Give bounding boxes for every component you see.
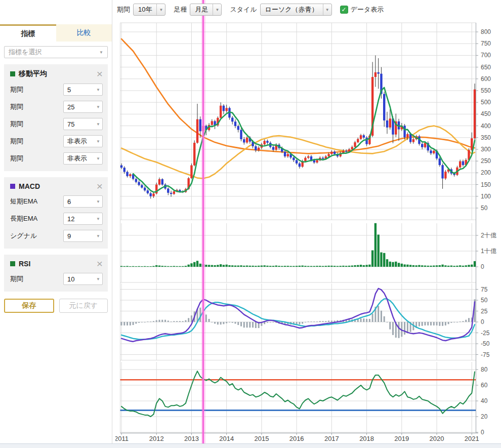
candle-body [403,126,405,137]
volume-bar [342,266,344,267]
macd-signal-select[interactable]: 9▼ [63,230,103,242]
volume-bar [223,265,225,267]
ma-period-3-select[interactable]: 75▼ [63,118,103,130]
ma75-line [121,39,475,154]
style-dropdown[interactable]: ローソク（赤青） ▼ [260,4,332,16]
candle-body [149,193,151,196]
rsi-panel [120,371,476,417]
period-dropdown[interactable]: 10年 ▼ [133,4,165,16]
volume-bar [330,266,332,267]
volume-bar [430,266,432,267]
macd-histogram-bar [141,322,143,322]
close-icon[interactable]: × [97,182,103,190]
row-value: 非表示 [67,137,87,146]
candle-body [421,144,423,147]
macd-histogram-bar [168,320,169,322]
y-axis-tick-label: 700 [481,52,491,59]
macd-short-ema-select[interactable]: 6▼ [63,195,103,208]
macd-histogram-bar [433,322,435,325]
volume-bar [354,265,356,267]
volume-bar [252,266,254,267]
candle-body [386,120,388,128]
macd-tick-label: 75 [481,286,488,293]
candle-body [123,168,126,172]
macd-long-ema-select[interactable]: 12▼ [63,213,103,225]
volume-bar [412,265,414,267]
row-label: シグナル [10,231,37,240]
volume-bar [187,265,189,267]
row-label: 期間 [10,85,23,94]
chevron-down-icon: ▼ [213,4,221,15]
candle-body [424,143,426,147]
macd-histogram-bar [188,318,189,322]
rsi-tick-label: 40 [481,397,488,404]
candle-body [296,160,298,163]
macd-histogram-bar [191,315,192,322]
save-button[interactable]: 保存 [4,299,54,313]
candle-body [223,106,225,111]
volume-bar [403,264,405,267]
volume-bar [211,265,213,267]
volume-bar [281,266,283,267]
volume-bar [351,266,353,267]
macd-histogram-bar [450,322,452,323]
candle-body [299,164,301,167]
horizontal-scrollbar[interactable] [0,443,501,448]
candle-body [167,188,169,192]
volume-bar [415,265,417,267]
card-title: RSI [19,260,97,268]
sidebar-divider [112,0,112,443]
volume-bar [225,265,227,267]
y-axis-tick-label: 300 [481,146,491,153]
candle-body [459,161,461,168]
reset-button[interactable]: 元に戻す [59,299,108,313]
x-axis-year-label: 2013 [184,435,199,442]
data-display-checkbox[interactable]: ✓ [340,6,348,14]
volume-bar [182,266,184,267]
indicator-select[interactable]: 指標を選択 ▼ [4,46,108,58]
chart-canvas[interactable]: 8007507006506005505004504003503002502001… [115,0,501,448]
volume-bar [453,266,455,267]
volume-bar [289,266,291,267]
candle-body [141,185,143,188]
macd-histogram-bar [270,322,271,322]
macd-histogram-bar [439,322,440,326]
volume-bar [450,266,452,267]
macd-histogram-bar [246,322,248,328]
macd-histogram-bar [237,322,239,325]
rsi-period-select[interactable]: 10▼ [63,273,103,285]
row-value: 25 [67,103,74,111]
volume-tick-label: 0 [481,263,484,270]
interval-dropdown[interactable]: 月足 ▼ [190,4,222,16]
macd-histogram-bar [185,320,186,322]
rsi-tick-label: 80 [481,366,488,373]
volume-bar [199,264,201,267]
volume-bar [217,265,219,267]
close-icon[interactable]: × [97,70,103,78]
volume-bar [246,266,248,267]
tab-indicators[interactable]: 指標 [0,24,56,42]
volume-panel [120,223,476,267]
ma-period-1-select[interactable]: 5▼ [63,84,103,96]
volume-bar [287,266,289,267]
volume-bar [275,266,277,267]
tab-compare[interactable]: 比較 [56,24,112,42]
ma-period-4-select[interactable]: 非表示▼ [63,135,103,147]
volume-bar [228,265,230,267]
volume-bar [348,266,350,267]
row-label: 期間 [10,137,23,146]
volume-bar [307,266,309,267]
candle-body [307,156,309,158]
close-icon[interactable]: × [97,260,103,268]
macd-histogram-bar [430,322,432,325]
macd-histogram-bar [363,318,364,322]
x-axis-year-label: 2017 [324,435,339,442]
indicator-sidebar: 指標 比較 指標を選択 ▼ 移動平均 × 期間 5▼ 期間 25▼ 期間 75 [0,0,112,443]
macd-tick-label: -50 [481,340,490,347]
volume-bar [301,266,303,267]
volume-bar [313,266,315,267]
ma-period-5-select[interactable]: 非表示▼ [63,152,103,165]
row-value: 非表示 [67,154,87,163]
macd-histogram-bar [138,322,140,323]
ma-period-2-select[interactable]: 25▼ [63,101,103,113]
